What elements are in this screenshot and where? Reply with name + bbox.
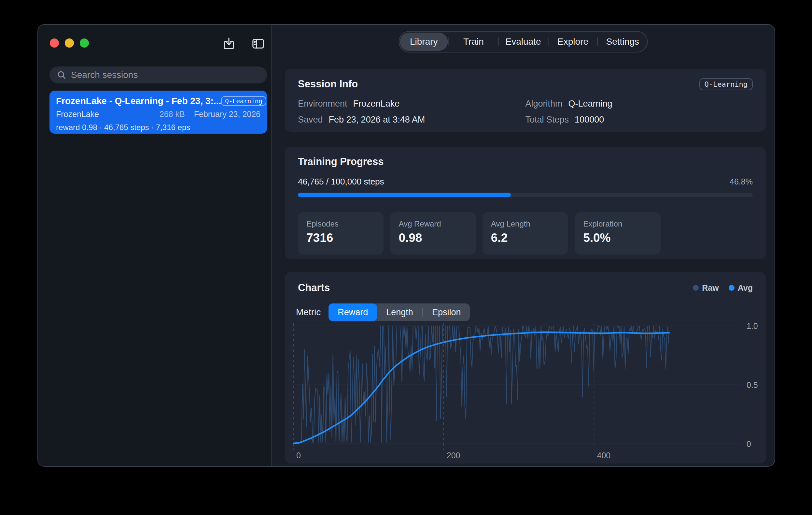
close-window-button[interactable] <box>50 38 59 48</box>
zoom-window-button[interactable] <box>80 38 89 48</box>
stat-cards: Episodes 7316 Avg Reward 0.98 Avg Length… <box>298 212 753 254</box>
session-list-item[interactable]: FrozenLake - Q-Learning - Feb 23, 3:... … <box>50 90 267 134</box>
stat-avg-length: Avg Length 6.2 <box>483 212 568 254</box>
legend-avg: Avg <box>729 283 753 293</box>
session-info-panel: Session Info Q-Learning Environment Froz… <box>285 69 766 132</box>
raw-legend-dot <box>693 285 699 291</box>
tab-evaluate[interactable]: Evaluate <box>499 33 547 51</box>
toggle-sidebar-button[interactable] <box>250 36 266 52</box>
metric-segmented-control: Reward Length Epsilon <box>328 303 470 321</box>
search-placeholder: Search sessions <box>71 70 138 80</box>
field-algorithm: Algorithm Q-Learning <box>525 99 753 109</box>
session-summary: reward 0.98 · 46,765 steps · 7,316 eps <box>56 123 260 132</box>
sidebar-toggle-icon <box>251 36 266 51</box>
main-tabs: Library Train Evaluate Explore Settings <box>399 31 648 52</box>
metric-label: Metric <box>296 307 321 318</box>
avg-legend-dot <box>729 285 734 291</box>
tab-separator <box>548 37 548 46</box>
percent-text: 46.8% <box>730 177 753 186</box>
algorithm-badge: Q-Learning <box>699 78 753 90</box>
sidebar: Search sessions FrozenLake - Q-Learning … <box>38 25 272 466</box>
tab-separator <box>448 37 449 46</box>
session-algorithm-badge: Q-Learning <box>221 96 266 106</box>
progress-bar <box>298 193 753 197</box>
sidebar-toolbar <box>221 36 266 52</box>
session-title: FrozenLake - Q-Learning - Feb 23, 3:... <box>56 96 221 106</box>
reward-chart-svg: 0200400 <box>293 322 741 462</box>
metric-epsilon-button[interactable]: Epsilon <box>423 303 470 321</box>
session-info-fields: Environment FrozenLake Algorithm Q-Learn… <box>298 99 753 125</box>
tab-settings[interactable]: Settings <box>599 33 647 51</box>
tab-explore[interactable]: Explore <box>549 33 597 51</box>
tab-train[interactable]: Train <box>450 33 497 51</box>
reward-chart: 0200400 1.0 0.5 0 <box>293 322 762 462</box>
stat-avg-reward: Avg Reward 0.98 <box>390 212 476 254</box>
progress-fill <box>298 193 511 197</box>
charts-title: Charts <box>298 282 330 294</box>
tab-separator <box>498 37 499 46</box>
svg-text:200: 200 <box>447 451 460 460</box>
field-environment: Environment FrozenLake <box>298 99 525 109</box>
import-session-button[interactable] <box>221 36 237 52</box>
field-total-steps: Total Steps 100000 <box>525 115 753 125</box>
stat-exploration: Exploration 5.0% <box>575 212 660 254</box>
training-progress-panel: Training Progress 46,765 / 100,000 steps… <box>285 147 766 259</box>
steps-progress-text: 46,765 / 100,000 steps <box>298 177 384 187</box>
download-icon <box>222 36 236 51</box>
tab-separator <box>598 37 598 46</box>
session-info-title: Session Info <box>298 78 358 90</box>
metric-length-button[interactable]: Length <box>377 303 422 321</box>
training-progress-title: Training Progress <box>298 156 753 167</box>
y-axis-tick-0: 0 <box>747 439 770 449</box>
session-date: February 23, 2026 <box>194 110 260 119</box>
session-environment: FrozenLake <box>56 110 160 119</box>
search-input[interactable]: Search sessions <box>50 66 267 83</box>
y-axis-tick-05: 0.5 <box>747 380 770 390</box>
app-window: Search sessions FrozenLake - Q-Learning … <box>37 24 775 467</box>
metric-reward-button[interactable]: Reward <box>328 303 377 321</box>
charts-panel: Charts Raw Avg Metric Reward Length <box>285 272 766 463</box>
search-icon <box>57 70 66 80</box>
main-header: Library Train Evaluate Explore Settings <box>272 25 775 59</box>
svg-text:0: 0 <box>296 451 301 460</box>
window-controls <box>50 38 89 48</box>
y-axis-tick-1: 1.0 <box>747 321 770 331</box>
session-file-size: 268 kB <box>160 110 185 119</box>
minimize-window-button[interactable] <box>65 38 74 48</box>
svg-text:400: 400 <box>597 451 610 460</box>
stat-episodes: Episodes 7316 <box>298 212 383 254</box>
chart-legend: Raw Avg <box>693 283 753 293</box>
tab-library[interactable]: Library <box>400 33 448 51</box>
main-area: Library Train Evaluate Explore Settings … <box>272 25 775 466</box>
legend-raw: Raw <box>693 283 719 293</box>
field-saved: Saved Feb 23, 2026 at 3:48 AM <box>298 115 525 125</box>
